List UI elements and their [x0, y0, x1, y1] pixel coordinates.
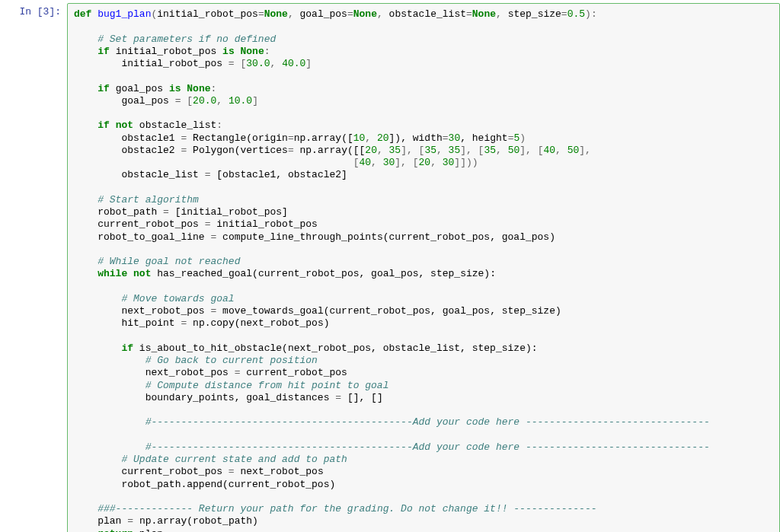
code-editor[interactable]: def bug1_plan(initial_robot_pos=None, go…: [67, 3, 780, 532]
kw-def: def: [74, 8, 91, 20]
code-cell: In [3]: def bug1_plan(initial_robot_pos=…: [0, 0, 780, 532]
fn-name: bug1_plan: [98, 8, 151, 20]
comment: # Set parameters if no defined: [98, 33, 276, 45]
input-prompt: In [3]:: [0, 3, 67, 532]
